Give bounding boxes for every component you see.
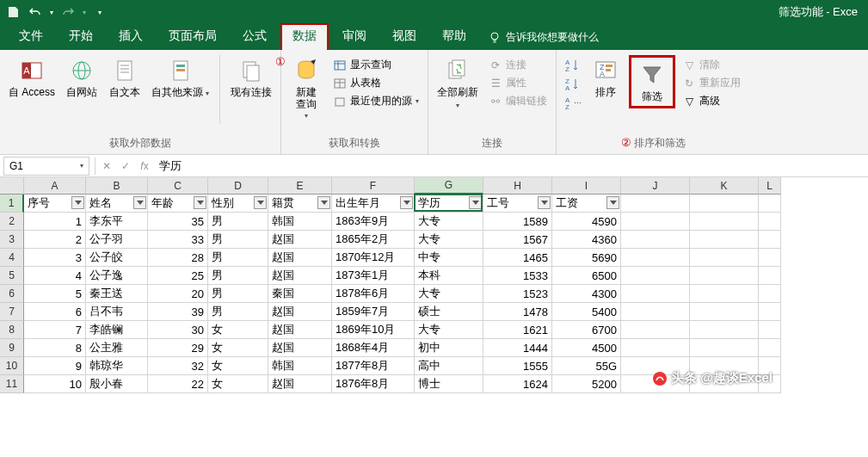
cell[interactable]: 男 — [208, 249, 268, 267]
row-header[interactable]: 7 — [0, 303, 24, 321]
filter-dropdown-button[interactable] — [538, 196, 551, 209]
cell[interactable]: 公子羽 — [86, 231, 148, 249]
cell[interactable]: 6 — [24, 303, 86, 321]
cell[interactable]: 工资 — [552, 195, 621, 213]
row-header[interactable]: 8 — [0, 321, 24, 339]
cell[interactable]: 30 — [148, 321, 208, 339]
cell[interactable]: 1859年7月 — [332, 303, 415, 321]
cell[interactable]: 1877年8月 — [332, 357, 415, 375]
cell[interactable] — [621, 339, 690, 357]
cell[interactable]: 1567 — [483, 231, 552, 249]
cell[interactable]: 35 — [148, 213, 208, 231]
cell[interactable]: 5200 — [552, 375, 621, 393]
filter-dropdown-button[interactable] — [133, 196, 146, 209]
cell[interactable]: 1621 — [483, 321, 552, 339]
cell[interactable]: 性别 — [208, 195, 268, 213]
column-header[interactable]: F — [332, 177, 415, 195]
cell[interactable]: 赵国 — [268, 249, 332, 267]
recent-sources-button[interactable]: 最近使用的源 ▾ — [333, 93, 419, 109]
cell[interactable] — [690, 249, 759, 267]
cell[interactable]: 1533 — [483, 267, 552, 285]
cell[interactable] — [759, 249, 781, 267]
cell[interactable]: 1878年6月 — [332, 285, 415, 303]
cell[interactable]: 序号 — [24, 195, 86, 213]
cell[interactable]: 1444 — [483, 339, 552, 357]
cell[interactable]: 1555 — [483, 357, 552, 375]
cell[interactable]: 大专 — [415, 321, 483, 339]
tab-home[interactable]: 开始 — [57, 23, 105, 50]
cell[interactable]: 2 — [24, 231, 86, 249]
cell[interactable]: 8 — [24, 339, 86, 357]
cell[interactable]: 5400 — [552, 303, 621, 321]
cell[interactable] — [621, 285, 690, 303]
tab-data[interactable]: 数据 — [280, 23, 329, 50]
cell[interactable]: 博士 — [415, 375, 483, 393]
filter-dropdown-button[interactable] — [317, 196, 330, 209]
cell[interactable]: 1876年8月 — [332, 375, 415, 393]
column-header[interactable]: L — [759, 177, 781, 195]
connections-button[interactable]: ⟳连接 — [489, 57, 547, 73]
cell[interactable]: 女 — [208, 339, 268, 357]
filter-dropdown-button[interactable] — [194, 196, 206, 209]
undo-dropdown-icon[interactable]: ▾ — [50, 9, 53, 16]
cell[interactable]: 6700 — [552, 321, 621, 339]
fx-button[interactable]: fx — [135, 160, 154, 172]
cell[interactable]: 1589 — [483, 213, 552, 231]
cell[interactable] — [759, 285, 781, 303]
cell[interactable]: 中专 — [415, 249, 483, 267]
cell[interactable]: 4590 — [552, 213, 621, 231]
cell[interactable]: 赵国 — [268, 303, 332, 321]
cell[interactable] — [690, 321, 759, 339]
cell[interactable]: 秦王送 — [86, 285, 148, 303]
formula-input[interactable]: 学历 — [154, 158, 868, 174]
cell[interactable]: 1478 — [483, 303, 552, 321]
tab-review[interactable]: 审阅 — [330, 23, 379, 50]
cell[interactable]: 高中 — [415, 357, 483, 375]
cell[interactable]: 1870年12月 — [332, 249, 415, 267]
cell[interactable]: 4300 — [552, 285, 621, 303]
cell[interactable]: 29 — [148, 339, 208, 357]
cell[interactable]: 工号 — [483, 195, 552, 213]
from-text-button[interactable]: 自文本 — [105, 55, 145, 100]
filter-button[interactable]: 筛选 — [629, 55, 675, 108]
from-web-button[interactable]: 自网站 — [62, 55, 102, 100]
cell[interactable] — [621, 303, 690, 321]
cell[interactable]: 5690 — [552, 249, 621, 267]
cell[interactable]: 公子逸 — [86, 267, 148, 285]
cell[interactable]: 1523 — [483, 285, 552, 303]
cell[interactable]: 籍贯 — [268, 195, 332, 213]
tell-me[interactable]: 告诉我你想要做什么 — [489, 30, 599, 50]
cell[interactable]: 男 — [208, 231, 268, 249]
filter-dropdown-button[interactable] — [71, 196, 84, 209]
cell[interactable] — [621, 249, 690, 267]
cell[interactable]: 1863年9月 — [332, 213, 415, 231]
redo-icon[interactable] — [60, 4, 76, 20]
column-header[interactable]: C — [148, 177, 208, 195]
cell[interactable]: 6500 — [552, 267, 621, 285]
cell[interactable]: 大专 — [415, 285, 483, 303]
from-other-button[interactable]: 自其他来源 ▾ — [148, 55, 212, 102]
enter-button[interactable]: ✓ — [116, 160, 135, 172]
cell[interactable]: 殷小春 — [86, 375, 148, 393]
qat-customize-icon[interactable]: ▾ — [98, 9, 102, 16]
cell[interactable]: 22 — [148, 375, 208, 393]
filter-dropdown-button[interactable] — [254, 196, 267, 209]
cell[interactable]: 1873年1月 — [332, 267, 415, 285]
cell[interactable]: 大专 — [415, 213, 483, 231]
tab-pagelayout[interactable]: 页面布局 — [157, 23, 229, 50]
column-header[interactable]: H — [483, 177, 552, 195]
cell[interactable]: 吕不韦 — [86, 303, 148, 321]
show-queries-button[interactable]: 显示查询 — [333, 57, 419, 73]
cell[interactable]: 硕士 — [415, 303, 483, 321]
sort-custom-hint[interactable]: AZ⋯ — [563, 95, 581, 112]
cell[interactable]: 5 — [24, 285, 86, 303]
cell[interactable]: 33 — [148, 231, 208, 249]
existing-connections-button[interactable]: ① 现有连接 — [227, 55, 275, 100]
tab-help[interactable]: 帮助 — [430, 23, 478, 50]
cell[interactable]: 男 — [208, 285, 268, 303]
cell[interactable] — [690, 231, 759, 249]
tab-insert[interactable]: 插入 — [107, 23, 155, 50]
cell[interactable]: 韩琼华 — [86, 357, 148, 375]
row-header[interactable]: 5 — [0, 267, 24, 285]
cell[interactable]: 姓名 — [86, 195, 148, 213]
